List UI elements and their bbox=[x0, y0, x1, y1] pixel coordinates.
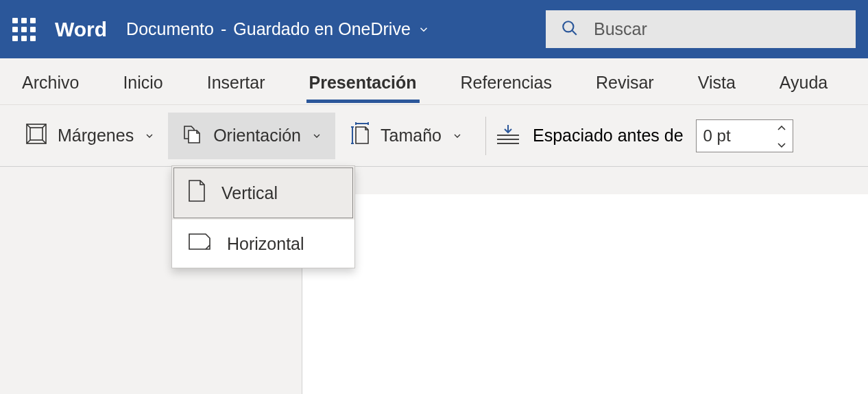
margins-button[interactable]: Márgenes bbox=[12, 113, 168, 159]
tab-inicio[interactable]: Inicio bbox=[120, 60, 165, 102]
tab-referencias[interactable]: Referencias bbox=[458, 60, 555, 102]
orientation-label: Orientación bbox=[213, 126, 301, 146]
svg-line-1 bbox=[572, 30, 577, 34]
orientation-icon bbox=[180, 122, 204, 150]
landscape-icon bbox=[187, 232, 212, 255]
chevron-down-icon bbox=[451, 130, 463, 142]
margins-icon bbox=[25, 122, 48, 150]
spinner-down-icon[interactable] bbox=[777, 138, 786, 150]
orientation-horizontal-label: Horizontal bbox=[227, 234, 304, 254]
spacing-before-label: Espaciado antes de bbox=[533, 126, 684, 146]
titlebar: Word Documento - Guardado en OneDrive Bu… bbox=[0, 0, 868, 58]
spacing-before-icon bbox=[496, 123, 520, 149]
orientation-horizontal-option[interactable]: Horizontal bbox=[172, 220, 354, 268]
spacing-before-value: 0 pt bbox=[703, 126, 777, 146]
chevron-down-icon bbox=[418, 23, 430, 36]
chevron-down-icon bbox=[311, 130, 323, 142]
tab-archivo[interactable]: Archivo bbox=[19, 60, 82, 102]
orientation-vertical-label: Vertical bbox=[221, 183, 278, 203]
ribbon-tabs: Archivo Inicio Insertar Presentación Ref… bbox=[0, 58, 868, 105]
orientation-dropdown-menu: Vertical Horizontal bbox=[171, 165, 355, 268]
size-label: Tamaño bbox=[381, 126, 442, 146]
search-input[interactable]: Buscar bbox=[546, 10, 856, 48]
ribbon-toolbar: Márgenes Orientación bbox=[0, 105, 868, 167]
tab-vista[interactable]: Vista bbox=[695, 60, 738, 102]
margins-label: Márgenes bbox=[58, 126, 134, 146]
document-area bbox=[0, 167, 868, 394]
save-status: Guardado en OneDrive bbox=[233, 19, 410, 39]
search-icon bbox=[561, 19, 579, 40]
tab-insertar[interactable]: Insertar bbox=[204, 60, 268, 102]
chevron-down-icon bbox=[143, 130, 156, 142]
app-name: Word bbox=[55, 18, 107, 41]
spacing-before-group: Espaciado antes de 0 pt bbox=[496, 119, 793, 152]
document-name: Documento bbox=[126, 19, 214, 39]
app-launcher-button[interactable] bbox=[12, 18, 36, 41]
svg-rect-3 bbox=[30, 128, 43, 140]
spacing-before-spinner[interactable]: 0 pt bbox=[696, 119, 793, 152]
ribbon-divider bbox=[485, 117, 486, 155]
size-icon bbox=[348, 121, 371, 150]
tab-presentacion[interactable]: Presentación bbox=[306, 60, 420, 102]
orientation-vertical-option[interactable]: Vertical bbox=[172, 166, 354, 220]
portrait-icon bbox=[187, 178, 206, 207]
document-title-dropdown[interactable]: Documento - Guardado en OneDrive bbox=[126, 19, 430, 39]
search-placeholder: Buscar bbox=[594, 19, 647, 39]
svg-point-0 bbox=[563, 21, 573, 32]
tab-ayuda[interactable]: Ayuda bbox=[777, 60, 830, 102]
orientation-button[interactable]: Orientación bbox=[168, 113, 335, 159]
document-page[interactable] bbox=[302, 194, 868, 394]
spinner-up-icon[interactable] bbox=[777, 121, 786, 134]
size-button[interactable]: Tamaño bbox=[335, 113, 476, 159]
tab-revisar[interactable]: Revisar bbox=[593, 60, 657, 102]
